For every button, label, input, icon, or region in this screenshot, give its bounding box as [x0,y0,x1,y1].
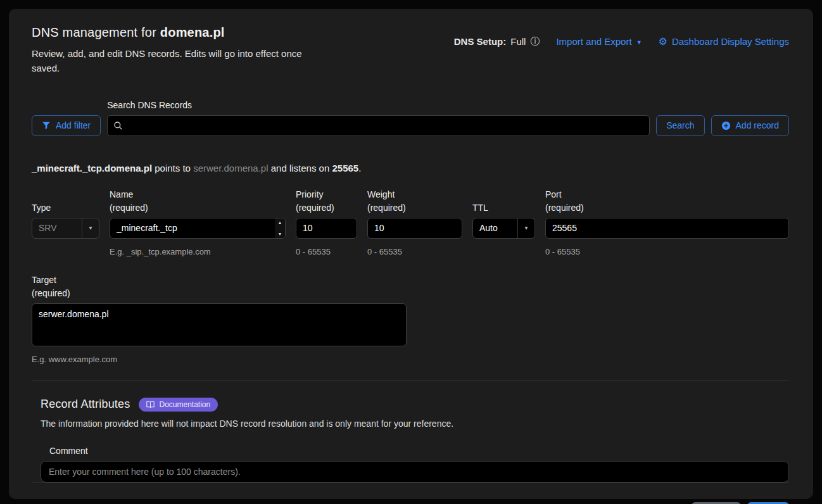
target-label-wrap: Target (required) [32,272,407,298]
search-icon [113,121,123,130]
record-summary-target: serwer.domena.pl [193,163,268,173]
port-label: Port [545,189,789,199]
comment-input[interactable] [41,461,789,482]
priority-label-wrap: Priority (required) [296,186,357,213]
name-label: Name [110,189,286,199]
priority-label: Priority [296,189,357,199]
priority-input[interactable] [296,218,357,239]
info-icon[interactable]: ⓘ [530,35,540,47]
record-summary-period: . [358,163,361,173]
record-attributes-title: Record Attributes [41,398,130,411]
weight-label-wrap: Weight (required) [367,186,462,213]
target-field: Target (required) E.g. www.example.com [32,272,407,364]
weight-label: Weight [367,189,462,199]
port-field: Port (required) 0 - 65535 [545,186,789,256]
save-button[interactable]: Save [747,502,789,504]
display-settings-label: Dashboard Display Settings [672,36,789,47]
priority-required: (required) [296,203,357,213]
type-label: Type [32,203,99,213]
plus-circle-icon [721,121,731,130]
cancel-button[interactable]: Cancel [692,502,741,504]
dns-management-panel: DNS management for domena.pl Review, add… [9,9,813,499]
record-form-row: Type SRV ▼ Name (required) ▲ ▼ E.g. _sip… [32,186,789,256]
name-helper: E.g. _sip._tcp.example.com [110,247,286,256]
page-title: DNS management for domena.pl [32,25,323,40]
target-helper: E.g. www.example.com [32,355,407,364]
type-field: Type SRV ▼ [32,186,99,256]
dns-setup-value: Full [510,36,526,47]
weight-helper: 0 - 65535 [367,247,462,256]
port-input[interactable] [545,218,789,239]
ttl-label-wrap: TTL [472,186,535,213]
weight-required: (required) [367,203,462,213]
type-label-wrap: Type [32,186,99,213]
priority-helper: 0 - 65535 [296,247,357,256]
priority-field: Priority (required) 0 - 65535 [296,186,357,256]
documentation-badge-label: Documentation [159,400,210,409]
record-summary-name: _minecraft._tcp.domena.pl [32,163,152,173]
record-summary-port: 25565 [332,163,358,173]
name-field: Name (required) ▲ ▼ E.g. _sip._tcp.examp… [110,186,286,256]
port-label-wrap: Port (required) [545,186,789,213]
chevron-down-icon: ▼ [636,39,642,46]
add-record-label: Add record [736,120,779,130]
record-attributes-description: The information provided here will not i… [41,419,789,429]
search-button-label: Search [666,120,694,130]
add-filter-button[interactable]: Add filter [32,115,101,136]
name-input[interactable] [110,218,286,239]
weight-input[interactable] [367,218,462,239]
search-label: Search DNS Records [107,100,650,110]
dns-setup-label: DNS Setup: [454,36,507,47]
search-toolbar: Add filter Search DNS Records Search Add… [32,100,789,136]
target-textarea[interactable] [32,303,407,346]
name-required: (required) [110,203,286,213]
search-button[interactable]: Search [656,115,704,136]
add-record-button[interactable]: Add record [711,115,789,136]
ttl-field: TTL Auto ▼ [472,186,535,256]
comment-label: Comment [41,446,789,456]
book-icon [146,401,155,408]
page-title-prefix: DNS management for [32,25,156,39]
record-attributes-section: Record Attributes Documentation The info… [32,381,789,482]
header-actions: DNS Setup: Full ⓘ Import and Export ▼ ⚙ … [454,35,789,47]
search-input[interactable] [107,115,650,136]
page-subtitle: Review, add, and edit DNS records. Edits… [32,46,323,76]
import-export-label: Import and Export [556,36,631,47]
documentation-badge[interactable]: Documentation [139,398,218,412]
target-label: Target [32,275,407,285]
gear-icon: ⚙ [659,37,667,47]
header: DNS management for domena.pl Review, add… [32,25,789,76]
type-select[interactable]: SRV ▼ [32,218,99,239]
type-select-value: SRV [32,223,82,233]
footer-actions: Cancel Save [32,482,789,504]
header-left: DNS management for domena.pl Review, add… [32,25,323,76]
name-label-wrap: Name (required) [110,186,286,213]
record-summary: _minecraft._tcp.domena.pl points to serw… [32,163,789,173]
chevron-down-icon: ▼ [517,218,534,238]
stepper-up-icon[interactable]: ▲ [278,220,282,225]
ttl-label: TTL [472,203,535,213]
search-input-wrap [107,115,650,136]
record-summary-listens: and listens on [271,163,330,173]
stepper-down-icon[interactable]: ▼ [278,232,282,236]
record-attributes-header: Record Attributes Documentation [41,398,789,412]
filter-icon [42,121,51,130]
add-filter-label: Add filter [56,120,91,130]
ttl-select[interactable]: Auto ▼ [472,218,535,239]
page-title-domain: domena.pl [160,25,225,39]
weight-field: Weight (required) 0 - 65535 [367,186,462,256]
chevron-down-icon: ▼ [82,218,99,238]
name-input-wrap: ▲ ▼ [110,218,286,239]
search-field: Search DNS Records [107,100,650,136]
ttl-select-value: Auto [473,223,517,233]
port-helper: 0 - 65535 [545,247,789,256]
dns-setup: DNS Setup: Full ⓘ [454,35,540,47]
target-required: (required) [32,288,407,298]
name-stepper[interactable]: ▲ ▼ [275,218,285,238]
record-summary-points-to: points to [155,163,191,173]
port-required: (required) [545,203,789,213]
dashboard-display-settings-link[interactable]: ⚙ Dashboard Display Settings [659,36,789,47]
import-export-menu[interactable]: Import and Export ▼ [556,36,642,47]
